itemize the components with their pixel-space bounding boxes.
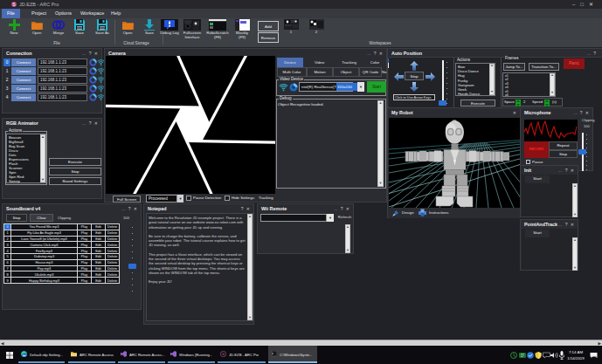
svg-text:S: S (222, 352, 225, 356)
